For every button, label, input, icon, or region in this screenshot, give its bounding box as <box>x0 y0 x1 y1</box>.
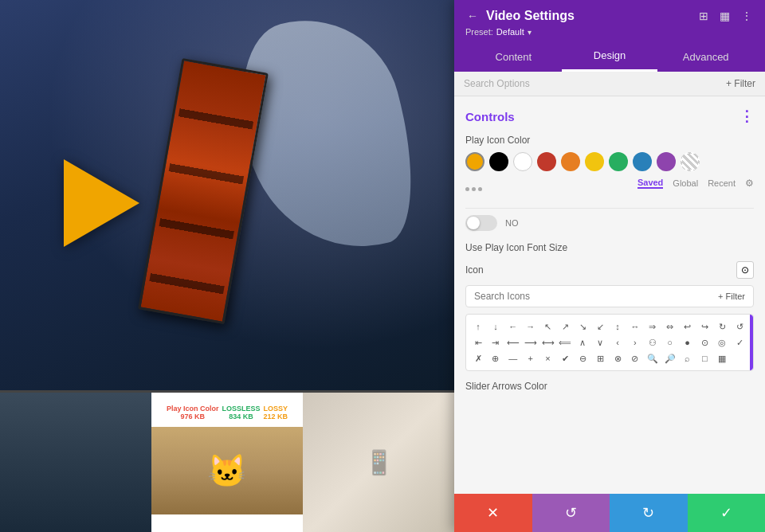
preset-label: Preset: <box>465 27 493 37</box>
swatch-none[interactable] <box>681 152 700 171</box>
icon-times-circle[interactable]: ⊗ <box>610 351 625 366</box>
swatch-orange[interactable] <box>465 152 484 171</box>
icon-long-l[interactable]: ⟵ <box>506 335 520 350</box>
icon-wedge-down[interactable]: ∨ <box>593 335 607 350</box>
icon-minus-dash[interactable]: — <box>506 351 520 366</box>
icon-search-input[interactable] <box>474 291 713 302</box>
icon-search-row[interactable]: + Filter <box>465 285 754 307</box>
search-placeholder: Search Options <box>464 78 530 89</box>
main-canvas <box>0 0 454 390</box>
more-options-button[interactable]: ⋮ <box>740 8 754 24</box>
thumbnail-tablet[interactable]: 📱 <box>303 393 454 532</box>
icon-tab-l[interactable]: ⇤ <box>471 335 485 350</box>
filter-button[interactable]: + Filter <box>726 78 755 89</box>
icon-sw[interactable]: ↙ <box>593 319 607 334</box>
settings-icon-button[interactable]: ⊞ <box>697 8 710 24</box>
undo-button[interactable]: ↺ <box>532 494 610 532</box>
swatch-dark-orange[interactable] <box>561 152 580 171</box>
icon-arrow-right[interactable]: → <box>524 319 538 334</box>
icon-filter-button[interactable]: + Filter <box>718 291 745 301</box>
icon-updown[interactable]: ↕ <box>610 319 625 334</box>
tab-content[interactable]: Content <box>465 41 562 72</box>
icon-bullseye[interactable]: ◎ <box>715 335 729 350</box>
swatch-green[interactable] <box>609 152 628 171</box>
icon-ccw[interactable]: ↺ <box>732 319 747 334</box>
tab-row: Content Design Advanced <box>465 41 754 72</box>
section-controls-more[interactable]: ⋮ <box>740 108 754 125</box>
swatch-red[interactable] <box>537 152 556 171</box>
icon-arrow-down[interactable]: ↓ <box>488 319 503 334</box>
divider-1 <box>465 208 754 209</box>
icon-plus-box[interactable]: ⊞ <box>593 351 607 366</box>
preset-dropdown-arrow[interactable]: ▾ <box>528 28 532 37</box>
section-controls-header: Controls ⋮ <box>465 108 754 125</box>
icon-return-l[interactable]: ↩ <box>681 319 695 334</box>
icon-times[interactable]: × <box>541 351 555 366</box>
more-dots[interactable] <box>465 187 482 191</box>
tab-advanced[interactable]: Advanced <box>657 41 754 72</box>
icon-long-ll[interactable]: ⟸ <box>558 335 572 350</box>
icon-grid-icon[interactable]: ▦ <box>715 351 729 366</box>
gear-icon[interactable]: ⚙ <box>745 178 754 189</box>
icon-plus-circle[interactable]: ⊕ <box>488 351 503 366</box>
grid-icon-button[interactable]: ▦ <box>718 8 732 24</box>
icon-dbl-right[interactable]: ⇒ <box>645 319 660 334</box>
color-tab-recent[interactable]: Recent <box>708 178 736 188</box>
toggle-row: NO <box>465 215 754 231</box>
thumbnails-row: Play Icon Color 976 KB LOSSLESS 834 KB L… <box>0 393 454 532</box>
use-play-icon-label: Use Play Icon Font Size <box>465 242 754 253</box>
save-button[interactable]: ✓ <box>688 494 766 532</box>
icon-se[interactable]: ↘ <box>575 319 590 334</box>
swatch-white[interactable] <box>513 152 532 171</box>
thumbnail-comparison[interactable]: Play Icon Color 976 KB LOSSLESS 834 KB L… <box>151 393 303 532</box>
icon-search3[interactable]: ⌕ <box>681 351 695 366</box>
icon-check[interactable]: ✓ <box>732 335 747 350</box>
swatch-blue[interactable] <box>633 152 652 171</box>
icon-search2[interactable]: 🔎 <box>663 351 677 366</box>
swatch-purple[interactable] <box>657 152 676 171</box>
icon-check-circle[interactable]: ⊘ <box>628 351 642 366</box>
icon-gt[interactable]: › <box>628 335 642 350</box>
icon-ne[interactable]: ↗ <box>558 319 572 334</box>
icon-arrow-left[interactable]: ← <box>506 319 520 334</box>
icon-plus[interactable]: + <box>524 351 538 366</box>
icon-dot-circle[interactable]: ● <box>681 335 695 350</box>
icon-nw[interactable]: ↖ <box>541 319 555 334</box>
icon-picker-button[interactable]: ⊙ <box>736 261 754 279</box>
panel-footer: ✕ ↺ ↻ ✓ <box>454 494 765 532</box>
icon-return-r[interactable]: ↪ <box>697 319 712 334</box>
canvas-area: Play Icon Color 976 KB LOSSLESS 834 KB L… <box>0 0 454 532</box>
icon-arrow-up[interactable]: ↑ <box>471 319 485 334</box>
icon-check2[interactable]: ✔ <box>558 351 572 366</box>
redo-button[interactable]: ↻ <box>610 494 688 532</box>
icon-dbl-lr[interactable]: ⇔ <box>663 319 677 334</box>
icon-radio[interactable]: ⊙ <box>697 335 712 350</box>
icon-person[interactable]: ⚇ <box>645 335 660 350</box>
comparison-labels: Play Icon Color 976 KB LOSSLESS 834 KB L… <box>167 405 288 421</box>
icon-x-mark[interactable]: ✗ <box>471 351 485 366</box>
icon-long-r[interactable]: ⟶ <box>524 335 538 350</box>
icon-circle[interactable]: ○ <box>663 335 677 350</box>
icon-minus-circle[interactable]: ⊖ <box>575 351 590 366</box>
color-tab-saved[interactable]: Saved <box>638 178 663 189</box>
icon-wedge-up[interactable]: ∧ <box>575 335 590 350</box>
swatch-yellow[interactable] <box>585 152 604 171</box>
swatch-black[interactable] <box>489 152 508 171</box>
kitten-placeholder: 🐱 <box>151 427 303 514</box>
thumbnail-hands[interactable] <box>0 393 151 532</box>
icon-cw[interactable]: ↻ <box>715 319 729 334</box>
icon-lt[interactable]: ‹ <box>610 335 625 350</box>
play-font-size-toggle[interactable] <box>465 215 497 231</box>
icon-tab-r[interactable]: ⇥ <box>488 335 503 350</box>
icon-leftright[interactable]: ↔ <box>628 319 642 334</box>
color-tab-global[interactable]: Global <box>673 178 698 188</box>
preset-value[interactable]: Default <box>496 27 524 37</box>
cancel-button[interactable]: ✕ <box>454 494 532 532</box>
preset-row: Preset: Default ▾ <box>465 27 754 37</box>
back-button[interactable]: ← <box>465 8 480 24</box>
slider-arrows-color-label: Slider Arrows Color <box>465 381 754 392</box>
tab-design[interactable]: Design <box>562 41 658 72</box>
icon-search-circle[interactable]: 🔍 <box>645 351 660 366</box>
icon-long-lr[interactable]: ⟷ <box>541 335 555 350</box>
icon-square[interactable]: □ <box>697 351 712 366</box>
